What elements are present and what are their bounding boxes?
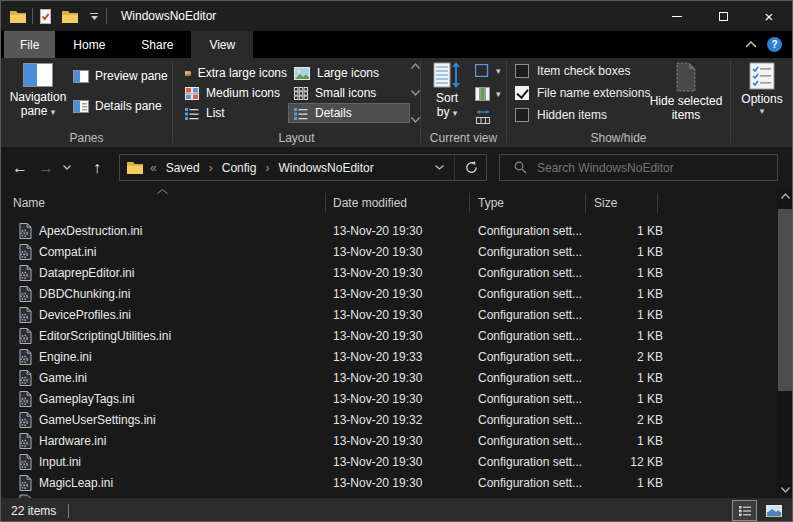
add-columns-button[interactable]: ▾ xyxy=(475,87,501,101)
file-row[interactable]: GameUserSettings.ini 13-Nov-20 19:32 Con… xyxy=(1,410,776,431)
column-divider[interactable] xyxy=(657,193,658,213)
file-row[interactable]: Engine.ini 13-Nov-20 19:33 Configuration… xyxy=(1,347,776,368)
up-icon[interactable]: ↑ xyxy=(83,159,111,177)
address-dropdown-icon[interactable] xyxy=(427,165,452,170)
layout-medium-icons[interactable]: Medium icons xyxy=(179,83,288,103)
file-row[interactable]: Game.ini 13-Nov-20 19:30 Configuration s… xyxy=(1,368,776,389)
navigation-pane-button[interactable]: Navigation pane ▾ xyxy=(7,63,69,118)
size-all-columns-button[interactable] xyxy=(475,109,491,125)
options-label: Options xyxy=(741,92,782,106)
crumb-separator-icon[interactable]: › xyxy=(258,161,276,175)
navigation-pane-label-1: Navigation xyxy=(10,90,67,104)
extra-large-icons-icon xyxy=(185,67,191,80)
breadcrumb-saved[interactable]: Saved xyxy=(164,161,202,175)
refresh-icon[interactable] xyxy=(457,161,486,174)
minimize-button[interactable] xyxy=(654,1,700,31)
gallery-down-icon[interactable] xyxy=(411,90,420,96)
add-columns-icon xyxy=(475,87,490,101)
dropdown-arrow-icon: ▾ xyxy=(453,108,458,118)
preview-pane-button[interactable]: Preview pane xyxy=(73,69,168,83)
file-row[interactable]: Input.ini 13-Nov-20 19:30 Configuration … xyxy=(1,452,776,473)
file-size: 1 KB xyxy=(571,266,663,280)
explorer-folder-icon xyxy=(10,10,26,23)
search-box[interactable] xyxy=(499,154,778,181)
file-date-modified: 13-Nov-20 19:30 xyxy=(333,392,422,406)
address-bar[interactable]: « Saved › Config › WindowsNoEditor xyxy=(119,154,487,181)
layout-gallery: Extra large icons Large icons Medium ico… xyxy=(179,63,410,123)
hidden-items-label: Hidden items xyxy=(537,108,607,122)
layout-extra-large-icons[interactable]: Extra large icons xyxy=(179,63,288,83)
file-type: Configuration sett... xyxy=(478,350,582,364)
file-name-extensions-checkbox[interactable]: File name extensions xyxy=(515,86,650,100)
tab-share[interactable]: Share xyxy=(123,31,191,58)
tab-home[interactable]: Home xyxy=(55,31,123,58)
item-check-boxes-checkbox[interactable]: Item check boxes xyxy=(515,64,630,78)
gallery-more-icon[interactable] xyxy=(411,117,420,123)
layout-item-label: Details xyxy=(315,106,352,120)
column-divider[interactable] xyxy=(325,193,326,213)
crumb-separator-icon[interactable]: › xyxy=(202,161,220,175)
show-hide-group-label: Show/hide xyxy=(507,131,730,145)
sort-by-button[interactable]: Sort by ▾ xyxy=(425,61,469,119)
checkbox-icon xyxy=(515,86,529,100)
details-pane-button[interactable]: Details pane xyxy=(73,99,162,113)
details-view-button[interactable] xyxy=(732,500,757,521)
collapse-ribbon-icon[interactable] xyxy=(745,41,757,48)
recent-locations-icon[interactable] xyxy=(59,165,75,170)
breadcrumb-windowsnoeditor[interactable]: WindowsNoEditor xyxy=(276,161,375,175)
file-row[interactable]: DeviceProfiles.ini 13-Nov-20 19:30 Confi… xyxy=(1,305,776,326)
thumbnail-view-button[interactable] xyxy=(761,500,786,521)
file-row[interactable]: DataprepEditor.ini 13-Nov-20 19:30 Confi… xyxy=(1,263,776,284)
column-header-type[interactable]: Type xyxy=(478,196,504,210)
preview-pane-icon xyxy=(73,70,89,83)
file-type: Configuration sett... xyxy=(478,245,582,259)
back-icon[interactable]: ← xyxy=(7,159,33,177)
file-type: Configuration sett... xyxy=(478,455,582,469)
properties-icon[interactable] xyxy=(39,9,52,24)
file-name: Compat.ini xyxy=(39,245,96,259)
tab-file[interactable]: File xyxy=(4,31,55,58)
details-view-icon xyxy=(294,107,308,120)
sort-by-label-2: by ▾ xyxy=(437,105,458,119)
scroll-down-icon[interactable] xyxy=(777,482,793,498)
options-button[interactable]: Options ▾ xyxy=(735,62,789,116)
breadcrumb-config[interactable]: Config xyxy=(220,161,259,175)
layout-list[interactable]: List xyxy=(179,103,288,123)
customize-quick-access-icon[interactable] xyxy=(88,13,100,20)
layout-small-icons[interactable]: Small icons xyxy=(288,83,410,103)
column-header-date-modified[interactable]: Date modified xyxy=(333,196,407,210)
layout-large-icons[interactable]: Large icons xyxy=(288,63,410,83)
maximize-button[interactable] xyxy=(700,1,746,31)
column-header-size[interactable]: Size xyxy=(594,196,617,210)
file-row[interactable]: MagicLeap.ini 13-Nov-20 19:30 Configurat… xyxy=(1,473,776,494)
file-list-area: ApexDestruction.ini 13-Nov-20 19:30 Conf… xyxy=(1,217,776,498)
path-truncated-icon[interactable]: « xyxy=(143,161,164,175)
column-header-name[interactable]: Name xyxy=(13,196,45,210)
new-folder-icon[interactable] xyxy=(62,10,78,23)
scroll-up-icon[interactable] xyxy=(777,188,793,204)
column-divider[interactable] xyxy=(469,193,470,213)
file-row[interactable]: GameplayTags.ini 13-Nov-20 19:30 Configu… xyxy=(1,389,776,410)
gallery-up-icon[interactable] xyxy=(411,63,420,69)
dropdown-arrow-icon: ▾ xyxy=(496,89,501,99)
file-row[interactable]: EditorScriptingUtilities.ini 13-Nov-20 1… xyxy=(1,326,776,347)
close-button[interactable]: × xyxy=(746,1,792,31)
file-row[interactable]: Compat.ini 13-Nov-20 19:30 Configuration… xyxy=(1,242,776,263)
file-row[interactable]: DBDChunking.ini 13-Nov-20 19:30 Configur… xyxy=(1,284,776,305)
hide-selected-items-button[interactable]: Hide selected items xyxy=(649,62,723,122)
tab-view[interactable]: View xyxy=(191,31,253,58)
file-row[interactable]: ApexDestruction.ini 13-Nov-20 19:30 Conf… xyxy=(1,221,776,242)
forward-icon[interactable]: → xyxy=(33,159,59,177)
group-by-button[interactable]: ▾ xyxy=(475,64,501,77)
sort-by-icon xyxy=(433,61,461,89)
help-icon[interactable]: ? xyxy=(767,37,782,52)
column-divider[interactable] xyxy=(585,193,586,213)
file-row[interactable]: Hardware.ini 13-Nov-20 19:30 Configurati… xyxy=(1,431,776,452)
search-input[interactable] xyxy=(537,161,777,175)
vertical-scrollbar[interactable] xyxy=(777,188,793,498)
scrollbar-thumb[interactable] xyxy=(778,209,792,391)
file-size: 1 KB xyxy=(571,308,663,322)
hidden-items-checkbox[interactable]: Hidden items xyxy=(515,108,607,122)
layout-details[interactable]: Details xyxy=(288,103,410,123)
hide-selected-label-1: Hide selected xyxy=(650,94,723,108)
